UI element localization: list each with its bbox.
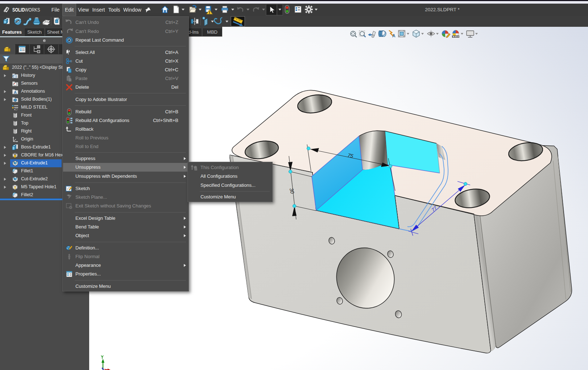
- svg-text:A: A: [14, 90, 17, 94]
- svg-text:A: A: [392, 33, 396, 38]
